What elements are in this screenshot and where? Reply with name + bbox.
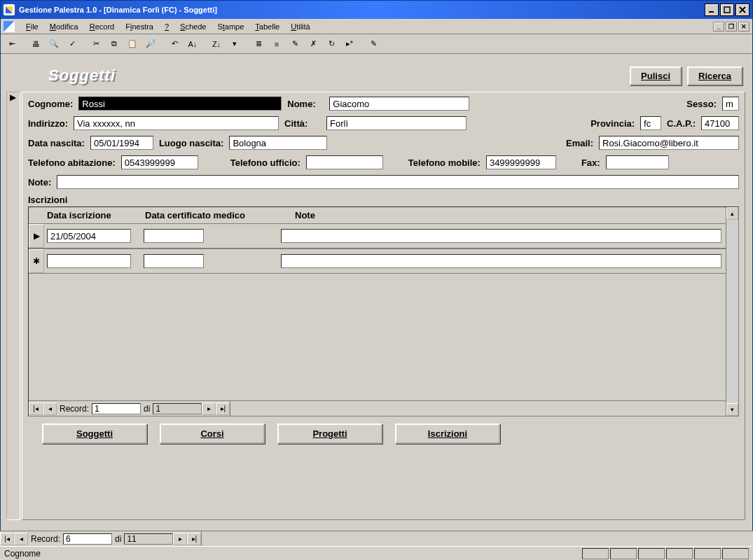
provincia-field[interactable] xyxy=(640,116,661,130)
sub-row: ▶ xyxy=(29,223,726,248)
nav-record-label: Record: xyxy=(28,534,63,544)
sub-scrollbar[interactable]: ▴ ▾ xyxy=(726,207,738,416)
menu-stampe[interactable]: Stampe xyxy=(212,21,249,32)
menu-tabelle[interactable]: Tabelle xyxy=(249,21,285,32)
preview-icon[interactable]: 🔍 xyxy=(46,36,62,52)
nav-current-field[interactable] xyxy=(63,533,112,545)
progetti-button[interactable]: Progetti xyxy=(277,424,382,444)
row-new-marker-icon[interactable]: ✱ xyxy=(29,249,44,273)
spell-icon[interactable]: ✓ xyxy=(64,36,81,52)
fax-field[interactable] xyxy=(606,155,669,169)
mdi-minimize-button[interactable]: _ xyxy=(713,22,724,31)
sub-data-iscrizione-field[interactable] xyxy=(47,229,131,243)
nav-next-button[interactable]: ▸ xyxy=(173,533,187,545)
minimize-button[interactable] xyxy=(705,4,719,16)
row-current-marker-icon[interactable]: ▶ xyxy=(29,224,44,248)
note-label: Note: xyxy=(28,177,51,188)
email-label: Email: xyxy=(566,138,593,148)
new-record-icon[interactable]: ▸* xyxy=(341,36,358,52)
remove-filter-icon[interactable]: ✗ xyxy=(305,36,322,52)
sub-row: ✱ xyxy=(29,248,726,274)
pulisci-button[interactable]: Pulisci xyxy=(630,66,682,85)
sort-asc-icon[interactable]: A↓ xyxy=(184,36,201,52)
citta-field[interactable] xyxy=(326,116,467,130)
sub-nav-current-field[interactable] xyxy=(92,403,141,414)
tel-abitazione-field[interactable] xyxy=(121,155,198,169)
mdi-restore-button[interactable]: ❐ xyxy=(726,22,737,31)
app-icon xyxy=(4,4,15,15)
luogo-nascita-field[interactable] xyxy=(229,136,327,150)
maximize-button[interactable] xyxy=(720,4,734,16)
menu-finestra[interactable]: Finestra xyxy=(120,21,159,32)
sub-record-navigator: |◂ ◂ Record: di ▸ ▸| xyxy=(29,400,726,416)
tel-ufficio-field[interactable] xyxy=(306,155,383,169)
paste-icon[interactable]: 📋 xyxy=(124,36,141,52)
statusbar: Cognome xyxy=(0,546,753,560)
sub-nav-total-field xyxy=(153,403,202,414)
menu-modifica[interactable]: Modifica xyxy=(44,21,84,32)
print-icon[interactable]: 🖶 xyxy=(27,36,44,52)
status-text: Cognome xyxy=(4,549,41,559)
refresh-icon[interactable]: ↻ xyxy=(323,36,340,52)
sesso-label: Sesso: xyxy=(686,99,717,109)
back-icon[interactable]: ⇤ xyxy=(4,36,20,52)
filter-form-icon[interactable]: ▾ xyxy=(226,36,243,52)
tel-mobile-field[interactable] xyxy=(486,155,556,169)
cognome-field[interactable] xyxy=(78,97,282,111)
mdi-form-icon xyxy=(4,21,15,32)
page-title: Soggetti xyxy=(48,66,116,85)
menu-record[interactable]: Record xyxy=(84,21,120,32)
ricerca-button[interactable]: Ricerca xyxy=(687,66,742,85)
status-pane xyxy=(694,548,721,559)
filter-sel-icon[interactable]: ≣ xyxy=(250,36,267,52)
window-title: Gestione Palestra 1.0 - [Dinamica Forlì … xyxy=(19,6,700,14)
cap-field[interactable] xyxy=(701,116,739,130)
sub-data-certificato-field[interactable] xyxy=(144,254,204,268)
filter-excl-icon[interactable]: ≡ xyxy=(268,36,285,52)
sort-desc-icon[interactable]: Z↓ xyxy=(208,36,225,52)
soggetti-button[interactable]: Soggetti xyxy=(42,424,147,444)
sub-data-iscrizione-field[interactable] xyxy=(47,254,131,268)
sub-note-field[interactable] xyxy=(281,254,721,268)
tel-mobile-label: Telefono mobile: xyxy=(408,158,481,168)
sub-nav-next-button[interactable]: ▸ xyxy=(202,402,216,415)
provincia-label: Provincia: xyxy=(590,118,635,129)
nav-prev-button[interactable]: ◂ xyxy=(14,533,28,545)
email-field[interactable] xyxy=(599,136,739,150)
menu-?[interactable]: ? xyxy=(159,21,174,32)
undo-icon[interactable]: ↶ xyxy=(166,36,183,52)
sub-nav-last-button[interactable]: ▸| xyxy=(216,402,230,415)
mdi-close-button[interactable]: ✕ xyxy=(738,22,749,31)
sub-data-certificato-field[interactable] xyxy=(144,229,204,243)
nav-last-button[interactable]: ▸| xyxy=(187,533,201,545)
close-button[interactable] xyxy=(735,4,749,16)
indirizzo-field[interactable] xyxy=(74,116,279,130)
nome-field[interactable] xyxy=(329,97,469,111)
menu-schede[interactable]: Schede xyxy=(174,21,212,32)
sub-note-field[interactable] xyxy=(281,229,721,243)
scroll-down-icon[interactable]: ▾ xyxy=(726,403,738,416)
nome-label: Nome: xyxy=(287,99,324,109)
filter-adv-icon[interactable]: ✎ xyxy=(286,36,303,52)
iscrizioni-title: Iscrizioni xyxy=(28,195,739,205)
data-nascita-field[interactable] xyxy=(90,136,153,150)
menu-file[interactable]: File xyxy=(20,21,44,32)
sub-nav-prev-button[interactable]: ◂ xyxy=(43,402,57,415)
corsi-button[interactable]: Corsi xyxy=(160,424,265,444)
find-icon[interactable]: 🔎 xyxy=(142,36,159,52)
cut-icon[interactable]: ✂ xyxy=(88,36,104,52)
form-area: Soggetti Soggetti Pulisci Ricerca ▶ Cogn… xyxy=(1,54,752,545)
edit-icon[interactable]: ✎ xyxy=(365,36,382,52)
iscrizioni-button[interactable]: Iscrizioni xyxy=(395,424,500,444)
copy-icon[interactable]: ⧉ xyxy=(106,36,123,52)
sesso-field[interactable] xyxy=(722,97,739,111)
menu-utilità[interactable]: Utilità xyxy=(285,21,316,32)
col-data-iscrizione: Data iscrizione xyxy=(47,210,135,220)
col-data-certificato: Data certificato medico xyxy=(145,210,285,220)
scroll-up-icon[interactable]: ▴ xyxy=(726,207,738,220)
svg-rect-1 xyxy=(724,7,730,13)
sub-nav-first-button[interactable]: |◂ xyxy=(29,402,43,415)
nav-first-button[interactable]: |◂ xyxy=(0,533,14,545)
note-field[interactable] xyxy=(57,175,739,189)
record-selector[interactable]: ▶ xyxy=(6,92,20,520)
